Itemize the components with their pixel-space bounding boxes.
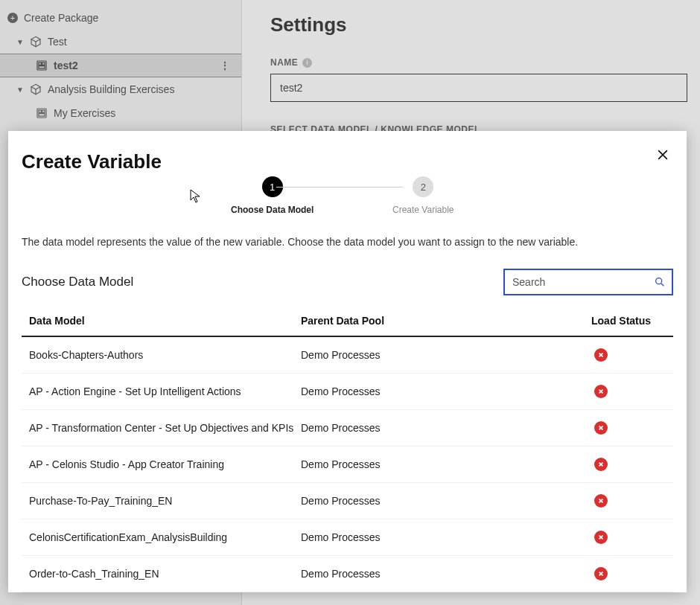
name-input[interactable]: test2 bbox=[270, 74, 687, 102]
close-button[interactable] bbox=[655, 147, 670, 162]
svg-rect-5 bbox=[39, 110, 41, 112]
error-icon bbox=[594, 567, 608, 580]
table-row[interactable]: AP - Transformation Center - Set Up Obje… bbox=[22, 410, 673, 446]
step-1-label: Choose Data Model bbox=[231, 205, 314, 215]
svg-rect-1 bbox=[39, 63, 41, 65]
step-2-circle: 2 bbox=[413, 176, 433, 197]
col-data-model: Data Model bbox=[22, 315, 301, 327]
cell-load-status bbox=[591, 458, 673, 471]
error-icon bbox=[594, 458, 608, 471]
step-2[interactable]: 2 Create Variable bbox=[392, 176, 454, 215]
chevron-down-icon: ▼ bbox=[16, 38, 24, 46]
plus-icon: + bbox=[7, 13, 18, 23]
svg-rect-6 bbox=[42, 110, 45, 112]
cell-data-model: Books-Chapters-Authors bbox=[22, 349, 301, 361]
cell-load-status bbox=[591, 494, 673, 508]
package-icon bbox=[30, 36, 42, 48]
chevron-down-icon: ▼ bbox=[16, 86, 24, 94]
info-icon: i bbox=[302, 58, 312, 68]
sidebar-item-analysis-building[interactable]: ▼ Analysis Building Exercises bbox=[0, 77, 241, 101]
choose-data-model-label: Choose Data Model bbox=[22, 275, 133, 289]
sidebar-item-label: My Exercises bbox=[54, 107, 241, 119]
table-row[interactable]: AP - Action Engine - Set Up Intelligent … bbox=[22, 374, 673, 410]
sidebar-item-test2[interactable]: test2 ⋮ bbox=[0, 54, 241, 77]
dialog-title: Create Variable bbox=[22, 150, 673, 173]
step-2-label: Create Variable bbox=[392, 205, 454, 215]
cell-data-model: AP - Action Engine - Set Up Intelligent … bbox=[22, 385, 301, 397]
table-row[interactable]: Books-Chapters-AuthorsDemo Processes bbox=[22, 337, 673, 374]
stepper: 1 Choose Data Model 2 Create Variable bbox=[22, 176, 673, 221]
cell-data-model: AP - Celonis Studio - App Creator Traini… bbox=[22, 458, 301, 470]
sidebar-item-label: Test bbox=[48, 36, 241, 48]
name-label-text: NAME bbox=[270, 57, 298, 68]
package-icon bbox=[30, 83, 42, 95]
cell-parent-pool: Demo Processes bbox=[301, 568, 591, 580]
table-row[interactable]: Purchase-To-Pay_Training_ENDemo Processe… bbox=[22, 483, 673, 519]
cell-parent-pool: Demo Processes bbox=[301, 531, 591, 543]
create-variable-dialog: Create Variable 1 Choose Data Model 2 Cr… bbox=[8, 131, 687, 592]
step-connector bbox=[276, 187, 403, 188]
cell-data-model: Purchase-To-Pay_Training_EN bbox=[22, 495, 301, 507]
sidebar-item-test[interactable]: ▼ Test bbox=[0, 30, 241, 54]
analysis-icon bbox=[36, 60, 48, 71]
error-icon bbox=[594, 494, 608, 508]
table-row[interactable]: Order-to-Cash_Training_ENDemo Processes bbox=[22, 556, 673, 592]
cell-parent-pool: Demo Processes bbox=[301, 422, 591, 434]
cell-data-model: Order-to-Cash_Training_EN bbox=[22, 568, 301, 580]
search-icon bbox=[654, 276, 666, 288]
col-parent-pool: Parent Data Pool bbox=[301, 315, 591, 327]
error-icon bbox=[594, 385, 608, 398]
error-icon bbox=[594, 421, 608, 435]
analysis-icon bbox=[36, 107, 48, 119]
page-title: Settings bbox=[270, 13, 700, 36]
cell-load-status bbox=[591, 531, 673, 544]
cell-data-model: AP - Transformation Center - Set Up Obje… bbox=[22, 422, 301, 434]
col-load-status: Load Status bbox=[591, 315, 673, 327]
more-icon[interactable]: ⋮ bbox=[220, 60, 231, 71]
search-field[interactable] bbox=[503, 269, 673, 295]
table-row[interactable]: CelonisCertificationExam_AnalysisBuildin… bbox=[22, 519, 673, 556]
cell-parent-pool: Demo Processes bbox=[301, 495, 591, 507]
error-icon bbox=[594, 531, 608, 544]
table-row[interactable]: AP - Celonis Studio - App Creator Traini… bbox=[22, 446, 673, 483]
svg-rect-3 bbox=[39, 66, 45, 68]
name-label: NAME i bbox=[270, 57, 700, 68]
cell-parent-pool: Demo Processes bbox=[301, 458, 591, 470]
cell-parent-pool: Demo Processes bbox=[301, 349, 591, 361]
svg-point-8 bbox=[656, 278, 662, 284]
sidebar-item-label: Analysis Building Exercises bbox=[48, 83, 241, 95]
sidebar-item-label: test2 bbox=[54, 60, 214, 71]
dialog-description: The data model represents the value of t… bbox=[22, 236, 673, 248]
create-package-label: Create Package bbox=[24, 12, 241, 24]
svg-rect-2 bbox=[42, 63, 45, 65]
cell-load-status bbox=[591, 421, 673, 435]
error-icon bbox=[594, 348, 608, 362]
search-input[interactable] bbox=[512, 276, 646, 288]
step-1[interactable]: 1 Choose Data Model bbox=[231, 176, 314, 215]
table-header: Data Model Parent Data Pool Load Status bbox=[22, 306, 673, 337]
sidebar-item-my-exercises[interactable]: My Exercises bbox=[0, 101, 241, 125]
cell-data-model: CelonisCertificationExam_AnalysisBuildin… bbox=[22, 531, 301, 543]
create-package-button[interactable]: + Create Package bbox=[0, 6, 241, 30]
cell-load-status bbox=[591, 567, 673, 580]
data-model-table: Data Model Parent Data Pool Load Status … bbox=[22, 306, 673, 592]
svg-rect-7 bbox=[39, 114, 45, 116]
cell-load-status bbox=[591, 385, 673, 398]
cell-load-status bbox=[591, 348, 673, 362]
cell-parent-pool: Demo Processes bbox=[301, 385, 591, 397]
